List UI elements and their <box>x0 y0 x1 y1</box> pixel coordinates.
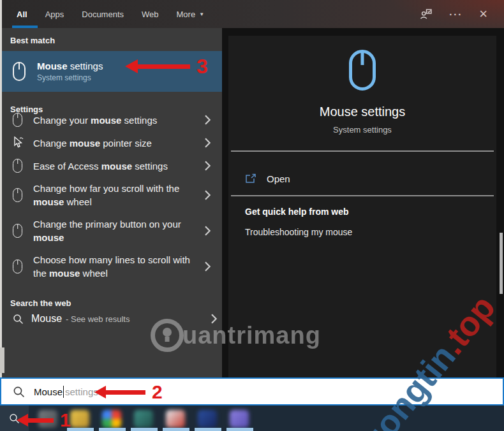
best-match-header: Best match <box>0 28 222 45</box>
best-match-title: Mouse settings <box>37 61 103 71</box>
divider <box>231 195 494 196</box>
pointer-icon <box>13 136 24 149</box>
header-icons: ··· × <box>420 8 504 20</box>
settings-result-label: Choose how many lines to scroll with the… <box>33 253 194 280</box>
divider <box>231 150 494 152</box>
search-bar[interactable]: Mouse settings <box>0 377 504 405</box>
tray-app-icon[interactable] <box>38 410 57 428</box>
photos-app-icon[interactable] <box>134 410 153 428</box>
chevron-down-icon: ▼ <box>199 11 204 17</box>
settings-result-label: Change how far you scroll with the mouse… <box>33 182 194 208</box>
taskbar-search-button[interactable] <box>0 405 29 431</box>
best-match-subtitle: System settings <box>37 73 103 82</box>
chevron-right-icon <box>204 261 216 272</box>
running-app-indicator <box>99 428 126 431</box>
mouse-icon <box>13 159 22 173</box>
running-app-indicator <box>195 428 221 431</box>
preview-subtitle: System settings <box>333 125 392 135</box>
chevron-right-icon <box>204 138 216 148</box>
troubleshoot-link[interactable]: Troubleshooting my mouse <box>245 227 352 237</box>
open-action[interactable]: Open <box>228 161 496 196</box>
chevron-right-icon <box>211 314 222 324</box>
mouse-icon <box>13 62 26 81</box>
settings-result-row[interactable]: Choose how many lines to scroll with the… <box>0 249 222 284</box>
settings-result-row[interactable]: Change your mouse settings <box>0 108 222 131</box>
file-explorer-icon[interactable] <box>70 410 89 428</box>
tab-all[interactable]: All <box>17 0 27 28</box>
word-icon[interactable] <box>198 410 217 428</box>
mouse-settings-icon <box>349 50 376 91</box>
settings-result-label: Change the primary button on your mouse <box>33 217 194 244</box>
web-query-text: Mouse <box>31 313 62 325</box>
typed-query: Mouse <box>34 386 63 397</box>
web-section-header: Search the web <box>0 291 222 308</box>
search-tabs: AllAppsDocumentsWebMore▼ <box>0 0 204 28</box>
chevron-right-icon <box>204 226 216 236</box>
settings-result-row[interactable]: Ease of Access mouse settings <box>0 154 222 177</box>
settings-result-row[interactable]: Change the primary button on your mouse <box>0 213 222 249</box>
open-external-icon <box>245 173 256 184</box>
tab-more[interactable]: More▼ <box>177 0 205 28</box>
running-app-indicator <box>226 428 253 431</box>
search-header: AllAppsDocumentsWebMore▼ ··· × <box>0 0 504 28</box>
search-icon <box>13 314 24 325</box>
mouse-icon <box>13 259 22 274</box>
text-caret <box>63 386 64 398</box>
search-icon <box>9 413 20 424</box>
preview-title: Mouse settings <box>320 105 406 119</box>
desktop-edge <box>0 0 2 377</box>
taskbar <box>0 405 504 431</box>
settings-result-row[interactable]: Change mouse pointer size <box>0 131 222 154</box>
preview-panel: Mouse settings System settings Open Get … <box>222 28 504 377</box>
quick-help-header: Get quick help from web <box>245 207 349 217</box>
open-label: Open <box>267 173 290 184</box>
running-app-indicator <box>163 428 189 431</box>
settings-result-row[interactable]: Change how far you scroll with the mouse… <box>0 177 222 213</box>
chevron-right-icon <box>204 115 216 125</box>
feedback-person-icon[interactable] <box>420 8 433 20</box>
settings-result-list: Change your mouse settings Change mouse … <box>0 108 222 284</box>
visual-studio-icon[interactable] <box>230 410 249 428</box>
settings-result-label: Change mouse pointer size <box>33 136 194 150</box>
scrollbar-thumb[interactable] <box>500 233 503 294</box>
app-icon-red-white[interactable] <box>166 410 185 428</box>
running-app-indicator <box>131 428 158 431</box>
more-options-icon[interactable]: ··· <box>449 9 463 20</box>
best-match-result[interactable]: Mouse settings System settings <box>0 51 222 92</box>
close-icon[interactable]: × <box>479 8 487 20</box>
tab-web[interactable]: Web <box>142 0 159 28</box>
mouse-icon <box>13 188 22 202</box>
settings-result-label: Ease of Access mouse settings <box>33 159 194 173</box>
chevron-right-icon <box>204 190 216 200</box>
search-icon <box>13 386 25 398</box>
tab-apps[interactable]: Apps <box>45 0 64 28</box>
web-search-result[interactable]: Mouse - See web results <box>0 307 222 330</box>
chevron-right-icon <box>204 161 216 171</box>
web-result-hint: - See web results <box>66 314 130 324</box>
search-input[interactable]: Mouse settings <box>34 386 98 398</box>
running-app-indicator <box>67 428 94 431</box>
mouse-icon <box>13 113 22 127</box>
tab-documents[interactable]: Documents <box>82 0 124 28</box>
start-search-screen: AllAppsDocumentsWebMore▼ ··· × Best matc… <box>0 0 504 431</box>
results-panel: Best match Mouse settings System setting… <box>0 28 222 377</box>
mouse-icon <box>13 224 22 238</box>
settings-result-label: Change your mouse settings <box>33 113 194 127</box>
inline-suggestion: settings <box>65 386 98 397</box>
desktop-edge-chip <box>0 347 4 373</box>
chrome-icon[interactable] <box>102 410 121 428</box>
preview-card: Mouse settings System settings Open Get … <box>228 36 496 377</box>
